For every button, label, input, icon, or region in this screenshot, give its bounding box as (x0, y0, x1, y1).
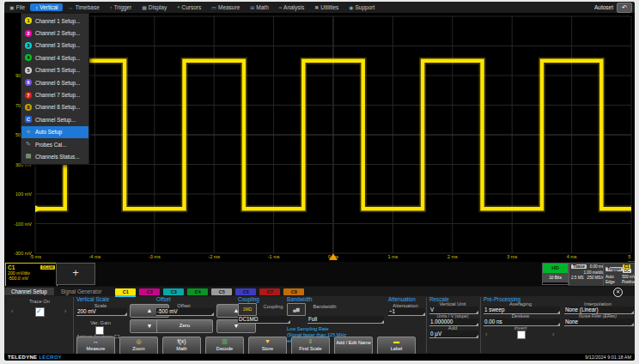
tab-signal-generator[interactable]: Signal Generator (54, 288, 109, 295)
measure-icon: ↔ (77, 337, 114, 345)
brand-logo: TELEDYNE LECROY (8, 355, 62, 360)
bit-depth-label: 10 Bits (543, 273, 568, 282)
invert-prev-chevron[interactable]: ‹ (485, 331, 487, 337)
channel-chip-c1[interactable]: C1 (115, 288, 136, 295)
channel-chip-c7[interactable]: C7 (259, 288, 280, 295)
coupling-label: Coupling (259, 304, 288, 309)
channel-badge: 4 (25, 54, 32, 61)
menu-file[interactable]: ▣File (4, 3, 30, 11)
invert-checkbox[interactable] (517, 331, 526, 339)
hd-acquisition-badge[interactable]: HD 10 Bits (542, 263, 569, 285)
menu-item-channels-status[interactable]: ▤Channels Status... (21, 150, 88, 162)
menu-utilities[interactable]: ✖Utilities (309, 3, 344, 11)
add-field[interactable]: 0 µV (429, 331, 478, 338)
x-axis-tick: 2 ms (447, 254, 458, 259)
offset-field[interactable]: -500 mV (156, 308, 214, 316)
trace-on-checkbox[interactable] (35, 307, 45, 317)
menu-label: Display (149, 4, 167, 10)
store-button[interactable]: ▼Store (248, 337, 287, 355)
channel-chip-c3[interactable]: C3 (163, 288, 184, 295)
display-menu-icon: ▦ (142, 4, 147, 10)
channel-chip-row: C1C2C3C4C5C6C7C8 (115, 288, 307, 295)
menu-label: File (16, 4, 25, 10)
item-icon: ▤ (25, 153, 32, 160)
menu-item-channel-1-setup[interactable]: 1Channel 1 Setup... (21, 15, 88, 27)
analysis-menu-icon: ≈ (279, 5, 282, 10)
menu-support[interactable]: ◉Support (344, 3, 380, 11)
menu-timebase[interactable]: ↔Timebase (63, 3, 104, 11)
channel-chip-c2[interactable]: C2 (139, 288, 160, 295)
menu-label: Support (356, 4, 375, 10)
find-scale-button[interactable]: ⇕Find Scale (291, 337, 330, 355)
math-menu-icon: ⊞ (250, 4, 254, 10)
trigger-box[interactable]: Trigger C1 DC Auto 500 mV Edge Positive (603, 263, 635, 287)
trigger-coupling: DC (623, 269, 631, 273)
close-icon[interactable]: ✕ (613, 288, 623, 297)
autoset-button[interactable]: Autoset (591, 4, 617, 10)
menu-label: Measure (218, 4, 240, 10)
add-edit-name-button[interactable]: Add / Edit Name (334, 337, 373, 355)
status-bar: TELEDYNE LECROY 9/12/2024 9:01:18 AM (4, 354, 635, 361)
coupling-field[interactable]: DC1MΩ (238, 316, 290, 324)
menu-label: Math (256, 4, 268, 10)
menu-math[interactable]: ⊞Math (245, 3, 273, 11)
item-label: Channel 7 Setup... (35, 92, 80, 98)
action-button-label: Store (249, 345, 286, 352)
menu-item-channel-7-setup[interactable]: 7Channel 7 Setup... (21, 88, 88, 100)
undo-autoset-button[interactable]: ↶ (617, 3, 632, 13)
zero-offset-button[interactable]: Zero (156, 319, 213, 333)
menu-item-channel-2-setup[interactable]: 2Channel 2 Setup... (21, 27, 88, 39)
zoom-button[interactable]: ◎Zoom (119, 337, 158, 355)
x-axis-tick: 4 ms (567, 254, 577, 259)
x-axis-tick: -1 ms (268, 254, 280, 259)
channel-chip-c6[interactable]: C6 (235, 288, 256, 295)
menu-item-auto-setup[interactable]: ✳Auto Setup (21, 126, 88, 138)
item-label: Channel 8 Setup... (35, 104, 80, 110)
menu-item-channel-5-setup[interactable]: 5Channel 5 Setup... (21, 64, 88, 76)
decode-button[interactable]: ▥Decode (205, 337, 244, 355)
menu-item-channel-4-setup[interactable]: 4Channel 4 Setup... (21, 52, 88, 64)
menu-cursors[interactable]: ⌖Cursors (172, 3, 206, 11)
tab-channel-setup[interactable]: Channel Setup (4, 288, 54, 295)
scale-field[interactable]: 200 mV (76, 308, 127, 316)
menu-label: Cursors (182, 4, 202, 10)
c1-coupling-badge: DC1M (40, 265, 55, 270)
channel-chip-c8[interactable]: C8 (283, 288, 304, 295)
bandwidth-field[interactable]: Full (307, 316, 384, 324)
menu-label: Utilities (320, 4, 338, 10)
menu-display[interactable]: ▦Display (137, 3, 172, 11)
channel-badge: 6 (25, 79, 32, 86)
measure-menu-icon: ▭ (211, 4, 216, 10)
channel-badge: 7 (25, 92, 32, 99)
action-button-label: Measure (77, 345, 114, 352)
menu-item-probes-cal[interactable]: ✎Probes Cal... (21, 138, 88, 150)
timebase-box[interactable]: Tbase 0.00 ms 1.00 ms/div 2.5 MS 250 MS/… (569, 263, 606, 287)
channel-chip-c5[interactable]: C5 (211, 288, 232, 295)
menu-analysis[interactable]: ≈Analysis (274, 3, 310, 11)
menu-item-channel-3-setup[interactable]: 3Channel 3 Setup... (21, 39, 88, 52)
attenuation-field[interactable]: ÷1 (388, 308, 425, 316)
menu-vertical[interactable]: ↕Vertical (30, 3, 63, 11)
next-trace-chevron[interactable]: › (64, 308, 66, 314)
measure-button[interactable]: ↔Measure (76, 337, 115, 355)
waveform-display[interactable]: 1.3 V1.1 V900 mV700 mV500 mV300 mV100 mV… (4, 13, 635, 262)
menu-item-channel-6-setup[interactable]: 6Channel 6 Setup... (21, 76, 88, 88)
bandwidth-icon: ▄▆ (287, 303, 306, 316)
selected-chip-underline (115, 295, 136, 297)
add-trace-button[interactable]: + (56, 263, 95, 285)
menu-item-channel-8-setup[interactable]: 8Channel 8 Setup... (21, 101, 88, 113)
noise-filter-field[interactable]: None (564, 318, 634, 326)
menu-trigger[interactable]: ↑Trigger (105, 3, 137, 11)
item-label: Channel 5 Setup... (35, 67, 80, 73)
invert-next-chevron[interactable]: › (552, 331, 554, 337)
c1-descriptor-box[interactable]: C1 DC1M 200 mV/div -500.0 mV (5, 263, 58, 287)
x-axis-tick: -2 ms (208, 254, 220, 259)
menu-item-channel-setup[interactable]: CChannel Setup... (21, 113, 88, 125)
bandwidth-header: Bandwidth (287, 296, 312, 302)
prev-trace-chevron[interactable]: ‹ (11, 308, 13, 314)
channel-chip-c4[interactable]: C4 (187, 288, 208, 295)
trigger-slope: Positive (622, 280, 635, 284)
menu-measure[interactable]: ▭Measure (206, 3, 245, 11)
label-button[interactable]: ▬Label (377, 337, 416, 355)
math-button[interactable]: f(x)Math (162, 337, 201, 355)
